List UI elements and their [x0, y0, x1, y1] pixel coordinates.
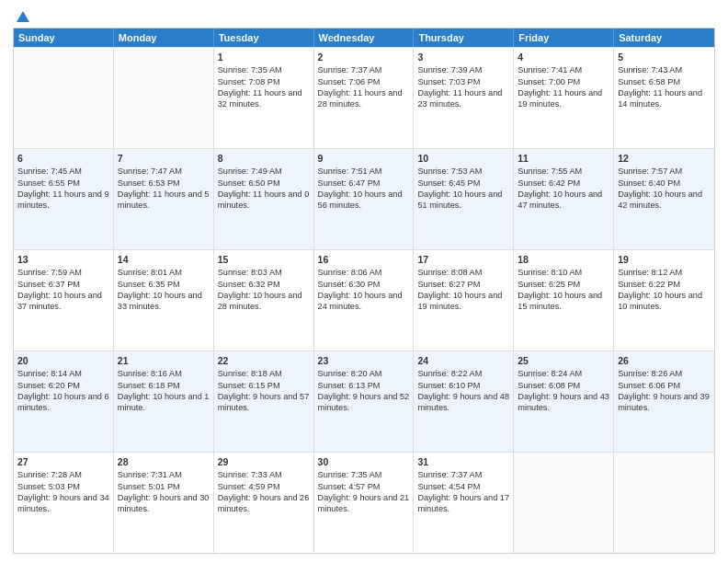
sunrise-text: Sunrise: 8:22 AM	[417, 369, 482, 378]
sunset-text: Sunset: 6:25 PM	[518, 280, 580, 289]
calendar-header-cell: Tuesday	[214, 29, 314, 47]
calendar-cell: 13Sunrise: 7:59 AMSunset: 6:37 PMDayligh…	[14, 250, 114, 350]
day-number: 6	[17, 152, 109, 165]
sunrise-text: Sunrise: 7:49 AM	[218, 167, 282, 176]
calendar-header-cell: Saturday	[614, 29, 714, 47]
calendar-cell: 16Sunrise: 8:06 AMSunset: 6:30 PMDayligh…	[314, 250, 415, 350]
calendar-row: 13Sunrise: 7:59 AMSunset: 6:37 PMDayligh…	[14, 249, 714, 350]
sunset-text: Sunset: 6:32 PM	[218, 280, 280, 289]
day-number: 18	[518, 253, 609, 266]
sunset-text: Sunset: 5:01 PM	[118, 482, 180, 491]
calendar-cell: 1Sunrise: 7:35 AMSunset: 7:08 PMDaylight…	[214, 48, 314, 148]
sunrise-text: Sunrise: 8:10 AM	[518, 268, 582, 277]
day-number: 31	[417, 455, 509, 468]
daylight-text: Daylight: 9 hours and 43 minutes.	[518, 392, 609, 412]
calendar-cell: 23Sunrise: 8:20 AMSunset: 6:13 PMDayligh…	[314, 351, 415, 452]
day-number: 19	[618, 253, 711, 266]
day-number: 14	[118, 253, 210, 266]
daylight-text: Daylight: 10 hours and 28 minutes.	[218, 291, 302, 311]
day-number: 2	[318, 51, 410, 63]
sunrise-text: Sunrise: 8:26 AM	[618, 369, 682, 378]
sunset-text: Sunset: 6:15 PM	[218, 381, 280, 390]
day-number: 11	[518, 152, 609, 165]
day-number: 13	[17, 253, 109, 266]
sunset-text: Sunset: 4:54 PM	[417, 482, 480, 491]
sunrise-text: Sunrise: 7:33 AM	[218, 470, 282, 479]
daylight-text: Daylight: 11 hours and 32 minutes.	[218, 88, 302, 109]
sunrise-text: Sunrise: 7:37 AM	[417, 470, 482, 479]
daylight-text: Daylight: 11 hours and 19 minutes.	[518, 88, 602, 109]
calendar-cell: 15Sunrise: 8:03 AMSunset: 6:32 PMDayligh…	[214, 250, 314, 350]
day-number: 26	[618, 354, 711, 367]
sunrise-text: Sunrise: 7:39 AM	[417, 65, 482, 75]
sunset-text: Sunset: 6:08 PM	[518, 381, 580, 390]
calendar-cell: 31Sunrise: 7:37 AMSunset: 4:54 PMDayligh…	[414, 453, 514, 553]
sunrise-text: Sunrise: 8:12 AM	[618, 268, 682, 277]
sunset-text: Sunset: 6:18 PM	[118, 381, 180, 390]
daylight-text: Daylight: 9 hours and 34 minutes.	[17, 493, 109, 513]
sunrise-text: Sunrise: 7:47 AM	[118, 167, 182, 176]
daylight-text: Daylight: 9 hours and 21 minutes.	[318, 493, 410, 513]
sunset-text: Sunset: 4:59 PM	[218, 482, 280, 491]
day-number: 29	[218, 455, 310, 468]
sunrise-text: Sunrise: 7:35 AM	[218, 65, 282, 75]
daylight-text: Daylight: 9 hours and 48 minutes.	[417, 392, 509, 412]
calendar-header-cell: Thursday	[414, 29, 514, 47]
calendar-header-cell: Monday	[114, 29, 214, 47]
daylight-text: Daylight: 10 hours and 47 minutes.	[518, 190, 602, 210]
sunset-text: Sunset: 5:03 PM	[17, 482, 80, 491]
sunrise-text: Sunrise: 8:24 AM	[518, 369, 582, 378]
day-number: 21	[118, 354, 210, 367]
calendar-cell: 6Sunrise: 7:45 AMSunset: 6:55 PMDaylight…	[14, 149, 114, 249]
calendar-body: 1Sunrise: 7:35 AMSunset: 7:08 PMDaylight…	[14, 47, 714, 553]
logo-icon	[15, 9, 31, 26]
header	[13, 9, 715, 22]
sunset-text: Sunset: 6:30 PM	[318, 280, 381, 289]
calendar: SundayMondayTuesdayWednesdayThursdayFrid…	[13, 28, 715, 554]
daylight-text: Daylight: 9 hours and 39 minutes.	[618, 392, 710, 412]
daylight-text: Daylight: 11 hours and 5 minutes.	[118, 190, 210, 210]
sunrise-text: Sunrise: 7:45 AM	[17, 167, 82, 176]
calendar-cell: 2Sunrise: 7:37 AMSunset: 7:06 PMDaylight…	[314, 48, 415, 148]
day-number: 27	[17, 455, 109, 468]
sunrise-text: Sunrise: 7:37 AM	[318, 65, 382, 75]
sunset-text: Sunset: 6:35 PM	[118, 280, 180, 289]
calendar-cell: 25Sunrise: 8:24 AMSunset: 6:08 PMDayligh…	[514, 351, 614, 452]
calendar-row: 6Sunrise: 7:45 AMSunset: 6:55 PMDaylight…	[14, 148, 714, 249]
calendar-row: 1Sunrise: 7:35 AMSunset: 7:08 PMDaylight…	[14, 47, 714, 148]
sunset-text: Sunset: 6:10 PM	[417, 381, 480, 390]
day-number: 24	[417, 354, 509, 367]
daylight-text: Daylight: 9 hours and 17 minutes.	[417, 493, 509, 513]
sunset-text: Sunset: 6:37 PM	[17, 280, 80, 289]
calendar-cell	[14, 48, 114, 148]
daylight-text: Daylight: 9 hours and 57 minutes.	[218, 392, 310, 412]
calendar-cell: 8Sunrise: 7:49 AMSunset: 6:50 PMDaylight…	[214, 149, 314, 249]
day-number: 4	[518, 51, 609, 63]
page: SundayMondayTuesdayWednesdayThursdayFrid…	[0, 0, 728, 563]
calendar-cell: 17Sunrise: 8:08 AMSunset: 6:27 PMDayligh…	[414, 250, 514, 350]
calendar-header-cell: Wednesday	[314, 29, 415, 47]
sunset-text: Sunset: 4:57 PM	[318, 482, 381, 491]
sunrise-text: Sunrise: 7:51 AM	[318, 167, 382, 176]
calendar-cell: 14Sunrise: 8:01 AMSunset: 6:35 PMDayligh…	[114, 250, 214, 350]
calendar-cell	[614, 453, 714, 553]
calendar-cell: 20Sunrise: 8:14 AMSunset: 6:20 PMDayligh…	[14, 351, 114, 452]
day-number: 22	[218, 354, 310, 367]
calendar-row: 20Sunrise: 8:14 AMSunset: 6:20 PMDayligh…	[14, 350, 714, 452]
daylight-text: Daylight: 11 hours and 23 minutes.	[417, 88, 502, 109]
calendar-cell: 7Sunrise: 7:47 AMSunset: 6:53 PMDaylight…	[114, 149, 214, 249]
calendar-cell: 10Sunrise: 7:53 AMSunset: 6:45 PMDayligh…	[414, 149, 514, 249]
calendar-cell: 18Sunrise: 8:10 AMSunset: 6:25 PMDayligh…	[514, 250, 614, 350]
calendar-cell: 12Sunrise: 7:57 AMSunset: 6:40 PMDayligh…	[614, 149, 714, 249]
day-number: 16	[318, 253, 410, 266]
daylight-text: Daylight: 10 hours and 33 minutes.	[118, 291, 202, 311]
calendar-cell	[114, 48, 214, 148]
sunrise-text: Sunrise: 8:01 AM	[118, 268, 182, 277]
sunset-text: Sunset: 6:55 PM	[17, 178, 80, 188]
sunset-text: Sunset: 6:53 PM	[118, 178, 180, 188]
sunset-text: Sunset: 6:27 PM	[417, 280, 480, 289]
sunrise-text: Sunrise: 8:03 AM	[218, 268, 282, 277]
sunset-text: Sunset: 6:42 PM	[518, 178, 580, 188]
calendar-cell: 11Sunrise: 7:55 AMSunset: 6:42 PMDayligh…	[514, 149, 614, 249]
daylight-text: Daylight: 10 hours and 56 minutes.	[318, 190, 403, 210]
